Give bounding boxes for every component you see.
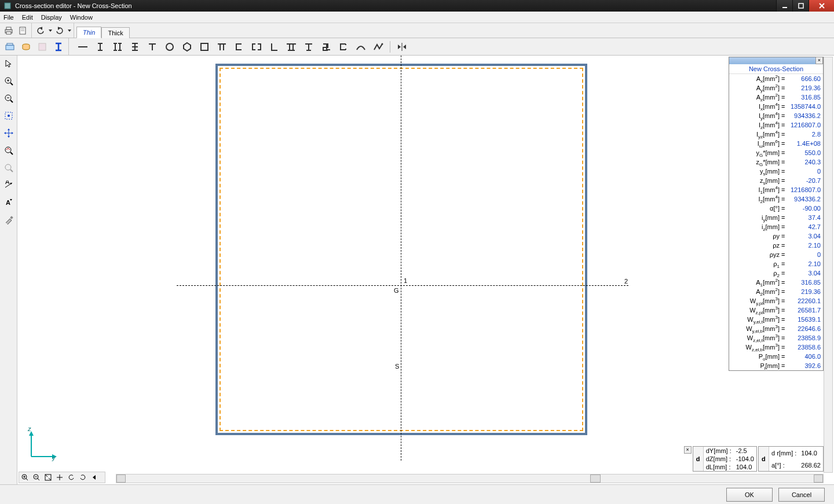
- titlebar: Cross-section editor - New Cross-Section: [0, 0, 834, 12]
- axis-y-label: y: [52, 454, 56, 461]
- shape-z[interactable]: [318, 39, 334, 54]
- svg-marker-27: [6, 60, 11, 67]
- report-button[interactable]: [16, 24, 29, 37]
- shape-poly[interactable]: [370, 39, 386, 54]
- shape-t2[interactable]: [301, 39, 317, 54]
- mini-zoom-in[interactable]: [20, 473, 30, 482]
- shape-tt[interactable]: [283, 39, 299, 54]
- ibeam-button[interactable]: [51, 39, 66, 54]
- property-value: 15639.1: [787, 315, 823, 324]
- zoom-out-tool[interactable]: [2, 91, 16, 105]
- status-close-icon[interactable]: ×: [684, 446, 692, 454]
- menu-file[interactable]: File: [3, 14, 14, 21]
- coordinate-axes-icon: z y: [24, 429, 59, 465]
- shape-t[interactable]: [144, 39, 160, 54]
- svg-line-62: [38, 479, 39, 480]
- shape-ii[interactable]: [109, 39, 126, 54]
- property-value: 22260.1: [787, 296, 823, 306]
- mini-fit[interactable]: [43, 473, 53, 482]
- status-box-2: d d r[mm] :104.0a[°] :268.62: [758, 446, 824, 472]
- status-row: a[°] :268.62: [769, 459, 823, 471]
- paste-button[interactable]: [35, 39, 50, 54]
- dimension-tool[interactable]: A: [2, 178, 16, 192]
- scroll-right-arrow[interactable]: [814, 474, 823, 483]
- minimize-button[interactable]: [776, 0, 792, 12]
- pan-tool[interactable]: [2, 126, 16, 140]
- shape-box[interactable]: [196, 39, 213, 54]
- close-button[interactable]: [809, 0, 834, 12]
- undo-button[interactable]: [34, 24, 47, 37]
- menu-display[interactable]: Display: [41, 14, 62, 21]
- status-val: 104.0: [799, 447, 823, 459]
- undo-dropdown[interactable]: [48, 24, 52, 37]
- scroll-left-arrow[interactable]: [116, 474, 126, 483]
- property-row: yG*[mm] =550.0: [729, 148, 823, 157]
- ok-button[interactable]: OK: [726, 488, 773, 502]
- property-row: ys[mm] =0: [729, 167, 823, 176]
- text-tool[interactable]: A: [2, 196, 16, 209]
- property-label: Pi[mm] =: [729, 361, 787, 370]
- mini-prev[interactable]: [89, 473, 100, 482]
- shape-pi[interactable]: [214, 39, 230, 54]
- settings-tool[interactable]: [2, 213, 16, 227]
- shape-arc[interactable]: [353, 39, 369, 54]
- shape-line[interactable]: [75, 39, 91, 54]
- property-label: A2[mm2] =: [729, 287, 787, 296]
- shape-ix[interactable]: [127, 39, 143, 54]
- shape-circle[interactable]: [162, 39, 178, 54]
- print-button[interactable]: [2, 24, 15, 37]
- tab-thin[interactable]: Thin: [76, 27, 101, 38]
- property-row: Ay[mm2] =219.36: [729, 83, 823, 93]
- library2-button[interactable]: [19, 39, 34, 54]
- zoom-window-tool[interactable]: [2, 144, 16, 157]
- mini-zoom-out[interactable]: [31, 473, 42, 482]
- shape-c[interactable]: [231, 39, 247, 54]
- properties-close-icon[interactable]: ×: [815, 57, 823, 64]
- property-row: Pi[mm] =392.6: [729, 361, 823, 370]
- shape-c2[interactable]: [335, 39, 352, 54]
- property-label: iy[mm] =: [729, 213, 787, 222]
- toolbar-row2: [0, 38, 834, 56]
- shape-2c[interactable]: [248, 39, 265, 54]
- mini-undo[interactable]: [66, 473, 76, 482]
- vertical-scrollbar[interactable]: [824, 57, 833, 473]
- zoom-in-tool[interactable]: [2, 74, 16, 88]
- svg-marker-25: [398, 45, 401, 49]
- properties-titlebar[interactable]: ×: [729, 57, 823, 64]
- mini-pan[interactable]: [54, 473, 65, 482]
- redo-dropdown[interactable]: [67, 24, 71, 37]
- menu-window[interactable]: Window: [70, 14, 93, 21]
- menu-edit[interactable]: Edit: [22, 14, 33, 21]
- zoom-fit-tool[interactable]: [2, 109, 16, 123]
- shape-hex[interactable]: [179, 39, 195, 54]
- redo-button[interactable]: [53, 24, 66, 37]
- tab-thick[interactable]: Thick: [101, 27, 129, 38]
- svg-rect-2: [799, 3, 803, 8]
- select-tool[interactable]: [2, 57, 16, 71]
- property-label: Iz[mm4] =: [729, 120, 787, 130]
- mirror-button[interactable]: [394, 39, 410, 54]
- properties-panel: × New Cross-Section Ax[mm2] =666.60Ay[mm…: [729, 57, 824, 371]
- status-val: -2.5: [734, 447, 756, 455]
- status-val: 268.62: [799, 459, 823, 471]
- cross-section-shape[interactable]: [215, 64, 587, 435]
- shape-l[interactable]: [266, 39, 282, 54]
- mini-redo[interactable]: [78, 473, 88, 482]
- maximize-button[interactable]: [792, 0, 809, 12]
- svg-rect-15: [6, 45, 14, 50]
- property-label: Iy[mm4] =: [729, 111, 787, 120]
- left-toolbar: A A: [0, 56, 17, 484]
- svg-marker-42: [12, 132, 13, 134]
- app-icon: [3, 2, 12, 10]
- property-value: 219.36: [787, 83, 823, 93]
- cancel-button[interactable]: Cancel: [778, 488, 825, 502]
- shape-i1[interactable]: [92, 39, 108, 54]
- canvas[interactable]: 1 2 G S z y × N: [17, 56, 834, 484]
- horizontal-scrollbar[interactable]: [116, 474, 824, 483]
- library-button[interactable]: [2, 39, 17, 54]
- status-panels: × d dY[mm] :-2.5dZ[mm] :-104.0dL[mm] :10…: [684, 446, 824, 472]
- status-key: d r[mm] :: [769, 447, 799, 459]
- scroll-thumb[interactable]: [590, 474, 601, 483]
- status-key: a[°] :: [769, 459, 799, 471]
- property-row: Iω[mm6] =1.4E+08: [729, 139, 823, 148]
